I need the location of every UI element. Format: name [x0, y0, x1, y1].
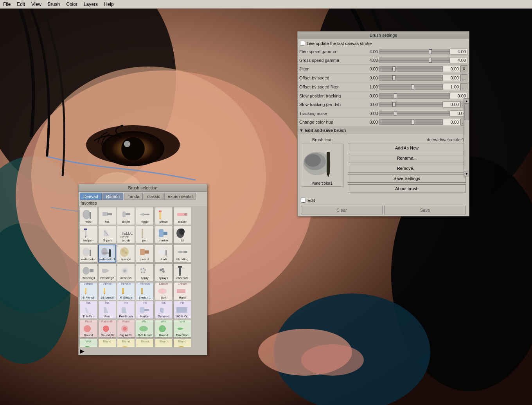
tab-classic[interactable]: classic: [144, 193, 164, 200]
brush-thinpen-label: ThinPen: [83, 315, 94, 319]
brush-airbrush[interactable]: airbrush: [117, 263, 135, 281]
about-brush-button[interactable]: About brush: [348, 184, 466, 193]
slider-tracking-noise[interactable]: [379, 111, 450, 116]
brush-sketch1[interactable]: Pencil5 Sketch 1: [136, 282, 154, 300]
brush-pen-ink[interactable]: Ink Pen: [98, 301, 116, 319]
label-slow-position: Slow position tracking: [299, 94, 362, 98]
rename-button[interactable]: Rename...: [348, 154, 466, 162]
brush-brush[interactable]: HELLO HYP# brush: [117, 226, 135, 244]
brush-100op[interactable]: Fill 100% Op.: [173, 301, 191, 319]
brush-rigger[interactable]: rigger: [136, 207, 154, 225]
brush-rs-blend[interactable]: Wet R-S blend: [136, 320, 154, 338]
btn-jitter-x[interactable]: X: [460, 65, 467, 72]
slider-color-hue[interactable]: [379, 119, 443, 125]
brush-scroll-right-arrow[interactable]: ▶: [80, 348, 84, 354]
brush-marker-ink[interactable]: Ink Marker: [136, 301, 154, 319]
brush-watercolor1[interactable]: watercolor1: [98, 245, 116, 263]
brush-charcoal[interactable]: charcoal: [173, 263, 191, 281]
brush-round-bl[interactable]: Paint=Bl Round Bl: [98, 320, 116, 338]
brush-blend4[interactable]: Blend: [155, 338, 173, 347]
slider-offset-speed-filter[interactable]: [379, 84, 443, 90]
brush-wet1[interactable]: Wet: [79, 338, 97, 347]
value2-offset-speed[interactable]: 0.00: [443, 75, 460, 81]
brush-eraser-soft[interactable]: Eraser Soft: [155, 282, 173, 300]
edit-checkbox[interactable]: [301, 198, 306, 203]
brush-eraser-hard[interactable]: Eraser Hard: [173, 282, 191, 300]
brush-round-paint[interactable]: Paint Round: [79, 320, 97, 338]
menu-layers[interactable]: Layers: [81, 1, 101, 8]
brush-spray1[interactable]: spray1: [155, 263, 173, 281]
slider-slow-tracking[interactable]: [379, 102, 443, 107]
brush-ballpen[interactable]: ballpen: [79, 226, 97, 244]
brush-bright[interactable]: bright: [117, 207, 135, 225]
brush-blending1[interactable]: blending1: [79, 263, 97, 281]
brush-blend2[interactable]: Blend: [117, 338, 135, 347]
brush-blend5[interactable]: Blend: [173, 338, 191, 347]
brush-flat[interactable]: flat: [98, 207, 116, 225]
brush-chalk[interactable]: chalk: [155, 245, 173, 263]
brush-delayed[interactable]: Ink Delayed: [155, 301, 173, 319]
slider-gross-speed[interactable]: [379, 58, 450, 63]
brush-blending2[interactable]: blending2: [98, 263, 116, 281]
brush-blending[interactable]: blending: [173, 245, 191, 263]
collapse-arrow-icon[interactable]: ▼: [299, 128, 304, 133]
clear-button[interactable]: Clear: [301, 206, 383, 214]
svg-rect-22: [102, 212, 108, 216]
tab-deevad[interactable]: Deevad: [80, 193, 102, 200]
scroll-thumb-vertical[interactable]: [464, 104, 469, 120]
brush-p-shade[interactable]: Pencil5 P. Shade: [117, 282, 135, 300]
settings-scrollbar[interactable]: ▲ ▼: [464, 98, 469, 176]
brush-round-wet[interactable]: Wet Round: [155, 320, 173, 338]
remove-button[interactable]: Remove...: [348, 164, 466, 173]
tab-ramon[interactable]: Ramón: [102, 193, 123, 200]
slider-offset-speed[interactable]: [379, 75, 443, 81]
slider-jitter[interactable]: [379, 66, 443, 72]
value2-slow-tracking[interactable]: 0.00: [443, 101, 460, 108]
brush-pastel[interactable]: pastel: [136, 245, 154, 263]
save-button[interactable]: Save: [384, 206, 466, 214]
brush-fill[interactable]: fill: [173, 226, 191, 244]
btn-offset-speed[interactable]: ...: [460, 74, 467, 81]
brush-gpen[interactable]: G-pen: [98, 226, 116, 244]
menu-brush[interactable]: Brush: [45, 1, 63, 8]
brush-pen[interactable]: pen: [136, 226, 154, 244]
slider-slow-position[interactable]: [379, 93, 450, 99]
brush-penbrush[interactable]: Ink PenBrush: [117, 301, 135, 319]
tab-experimental[interactable]: experimental: [164, 193, 196, 200]
brush-sponge[interactable]: sponge: [117, 245, 135, 263]
brush-direction[interactable]: Wet Direction: [173, 320, 191, 338]
brush-spray[interactable]: spray: [136, 263, 154, 281]
menu-view[interactable]: View: [28, 1, 45, 8]
tab-tanda[interactable]: Tanda: [124, 193, 143, 200]
value2-offset-speed-filter[interactable]: 1.00: [443, 84, 460, 90]
brush-b-pencil[interactable]: Pencil B-Pencil: [79, 282, 97, 300]
brush-thinpen[interactable]: Ink ThinPen: [79, 301, 97, 319]
brush-big-airbr[interactable]: Paint Big AirBr.: [117, 320, 135, 338]
live-update-checkbox[interactable]: [300, 41, 305, 46]
menu-color[interactable]: Color: [63, 1, 81, 8]
menu-edit[interactable]: Edit: [14, 1, 28, 8]
value2-color-hue[interactable]: 0.00: [443, 119, 460, 125]
brush-eraser[interactable]: eraser: [173, 207, 191, 225]
scroll-up-arrow[interactable]: ▲: [464, 98, 469, 104]
menu-file[interactable]: File: [0, 1, 14, 8]
brush-grid[interactable]: mop flat bright: [79, 206, 207, 347]
brush-mop[interactable]: mop: [79, 207, 97, 225]
brush-marker[interactable]: marker: [155, 226, 173, 244]
brush-eraser-soft-icon: [156, 286, 171, 296]
brush-watercolor[interactable]: watercolor: [79, 245, 97, 263]
slider-fine-speed[interactable]: [379, 49, 450, 54]
save-settings-button[interactable]: Save Settings: [348, 174, 466, 183]
scroll-down-arrow[interactable]: ▼: [464, 171, 469, 176]
add-as-new-button[interactable]: Add As New: [348, 144, 466, 152]
brush-blend1[interactable]: Blend: [98, 338, 116, 347]
brush-blend3[interactable]: Blend: [136, 338, 154, 347]
btn-offset-speed-filter[interactable]: ...: [460, 83, 467, 90]
value2-gross-speed[interactable]: 4.00: [450, 57, 467, 63]
value2-jitter[interactable]: 0.00: [443, 66, 460, 72]
value2-fine-speed[interactable]: 4.00: [450, 49, 467, 55]
brush-pencil-basic[interactable]: pencil: [155, 207, 173, 225]
menu-help[interactable]: Help: [101, 1, 117, 8]
brush-2b-pencil[interactable]: Pencil 2B pencil: [98, 282, 116, 300]
svg-rect-78: [122, 288, 124, 293]
